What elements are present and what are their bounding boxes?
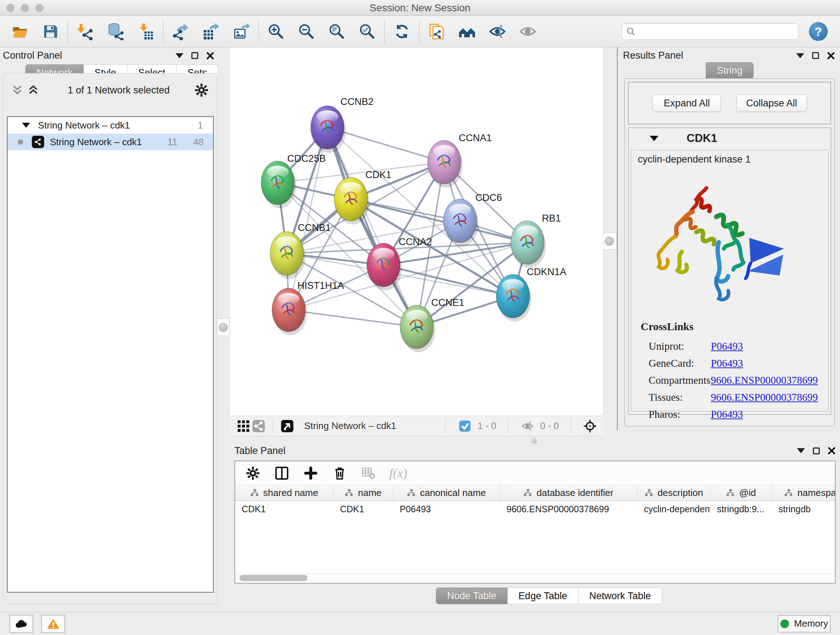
expand-all-networks-icon[interactable] — [11, 85, 24, 96]
gene-details: cyclin-dependent kinase 1 — [631, 150, 829, 411]
gene-disclosure-icon[interactable] — [650, 136, 658, 141]
collapse-all-button[interactable]: Collapse All — [736, 95, 807, 112]
crosslink-link[interactable]: 9606.ENSP00000378699 — [711, 391, 818, 403]
expand-all-button[interactable]: Expand All — [652, 95, 721, 112]
export-network-icon[interactable] — [169, 20, 192, 43]
memory-button[interactable]: Memory — [778, 615, 831, 632]
export-image-icon[interactable] — [230, 20, 253, 43]
network-options-gear-icon[interactable] — [194, 83, 209, 97]
search-input[interactable] — [636, 26, 794, 37]
collapse-table-panel-icon[interactable] — [797, 448, 805, 453]
edge-HIST1H1A-CCNE1[interactable] — [289, 310, 417, 327]
tab-node-table[interactable]: Node Table — [436, 587, 508, 604]
fit-selection-crosshair-icon[interactable] — [583, 418, 598, 434]
column-header-0[interactable]: shared name — [235, 485, 333, 501]
float-table-panel-icon[interactable] — [813, 448, 820, 454]
node-RB1[interactable] — [511, 221, 546, 268]
cell-database-identifier[interactable]: 9606.ENSP00000378699 — [500, 501, 638, 517]
delete-column-icon[interactable] — [332, 465, 348, 481]
cell-shared-name[interactable]: CDK1 — [235, 501, 333, 517]
selected-checkbox-icon[interactable] — [457, 418, 472, 434]
crosslink-link[interactable]: 9606.ENSP00000378699 — [711, 374, 818, 386]
zoom-in-icon[interactable] — [265, 20, 287, 43]
node-CCNB1[interactable] — [270, 232, 305, 279]
column-header-3[interactable]: database identifier — [500, 485, 638, 501]
show-grid-icon[interactable] — [236, 418, 251, 434]
column-header-4[interactable]: description — [638, 485, 711, 501]
zoom-selected-icon[interactable] — [356, 20, 378, 43]
tab-string[interactable]: String — [706, 62, 754, 79]
node-CCNA2[interactable] — [367, 243, 402, 290]
cell-description[interactable]: cyclin-dependent ... — [638, 501, 711, 517]
collapse-panel-icon[interactable] — [175, 53, 183, 58]
float-panel-icon[interactable] — [191, 52, 198, 59]
table-row[interactable]: CDK1CDK1P064939606.ENSP00000378699cyclin… — [235, 501, 835, 517]
toolbar-search-box[interactable] — [622, 23, 799, 40]
network-collection-row[interactable]: String Network – cdk1 1 — [8, 117, 213, 134]
node-label-CCNE1: CCNE1 — [431, 297, 464, 308]
node-CDC6[interactable] — [444, 199, 478, 246]
export-table-icon[interactable] — [200, 20, 222, 43]
refresh-icon[interactable] — [391, 20, 413, 43]
delete-table-icon[interactable] — [360, 465, 377, 481]
first-neighbors-icon[interactable] — [456, 20, 478, 43]
birds-eye-view-toggle-icon[interactable] — [279, 418, 295, 434]
crosslink-link[interactable]: P06493 — [711, 357, 743, 369]
close-panel-icon[interactable] — [206, 52, 214, 60]
tab-edge-table[interactable]: Edge Table — [508, 587, 578, 604]
node-CDK1[interactable] — [334, 177, 369, 225]
horizontal-splitter-handle[interactable] — [531, 438, 537, 444]
scrollbar-thumb[interactable] — [240, 575, 308, 581]
gene-section-header[interactable]: CDK1 — [629, 128, 831, 149]
column-header-6[interactable]: namespace — [772, 485, 835, 501]
function-builder-icon[interactable]: f(x) — [389, 466, 407, 481]
cell-@id[interactable]: stringdb:9... — [711, 501, 772, 517]
cell-canonical-name[interactable]: P06493 — [393, 501, 500, 517]
save-session-button[interactable] — [39, 20, 62, 43]
vertical-splitter[interactable] — [617, 48, 618, 430]
hide-selected-icon[interactable] — [486, 20, 508, 43]
network-row-selected[interactable]: String Network – cdk1 11 48 — [8, 134, 213, 150]
show-column-selector-icon[interactable] — [273, 465, 290, 481]
node-HIST1H1A[interactable] — [272, 288, 307, 335]
automation-cloud-button[interactable] — [9, 615, 33, 633]
zoom-out-icon[interactable] — [295, 20, 317, 43]
table-options-gear-icon[interactable] — [245, 465, 261, 481]
show-all-icon[interactable] — [516, 20, 539, 43]
collection-disclosure-icon[interactable] — [22, 123, 30, 128]
warnings-button[interactable] — [41, 615, 65, 633]
table-horizontal-scrollbar[interactable] — [236, 573, 834, 582]
tab-network-table[interactable]: Network Table — [578, 587, 662, 604]
collapse-all-networks-icon[interactable] — [27, 85, 39, 96]
crosslink-link[interactable]: P06493 — [711, 409, 743, 420]
cell-name[interactable]: CDK1 — [333, 501, 393, 517]
crosslink-row-pharos: Pharos:P06493 — [641, 406, 821, 423]
column-header-5[interactable]: @id — [711, 485, 772, 501]
cell-namespace[interactable]: stringdb — [772, 501, 835, 517]
zoom-fit-icon[interactable] — [325, 20, 348, 43]
node-CCNE1[interactable] — [400, 305, 435, 352]
network-view-share-icon[interactable] — [251, 418, 266, 434]
column-header-1[interactable]: name — [333, 485, 393, 501]
node-CDKN1A[interactable] — [496, 274, 531, 321]
crosslink-link[interactable]: P06493 — [711, 340, 743, 352]
import-table-icon[interactable] — [134, 20, 157, 43]
collapse-results-panel-icon[interactable] — [796, 53, 804, 58]
node-CCNB2[interactable] — [311, 106, 346, 153]
help-button[interactable]: ? — [809, 22, 828, 41]
network-view-canvas[interactable]: CCNB2CCNA1CDC25BCDK1CDC6RB1CCNB1CCNA2CDK… — [230, 48, 603, 416]
close-table-panel-icon[interactable] — [828, 447, 836, 455]
open-session-button[interactable] — [9, 20, 31, 43]
edge-CCNB2-CCNE1[interactable] — [327, 127, 417, 327]
close-results-panel-icon[interactable] — [827, 52, 835, 60]
network-graph[interactable]: CCNB2CCNA1CDC25BCDK1CDC6RB1CCNB1CCNA2CDK… — [230, 48, 603, 416]
crosslinks-title: CrossLinks — [641, 320, 821, 333]
create-column-icon[interactable] — [302, 465, 319, 481]
clone-network-icon[interactable] — [425, 20, 448, 43]
left-splitter-handle[interactable] — [217, 318, 229, 336]
import-network-icon[interactable] — [74, 20, 96, 43]
right-splitter-handle[interactable] — [602, 233, 616, 250]
column-header-2[interactable]: canonical name — [393, 485, 500, 501]
float-results-panel-icon[interactable] — [812, 52, 819, 59]
import-network-from-database-icon[interactable] — [104, 20, 126, 43]
